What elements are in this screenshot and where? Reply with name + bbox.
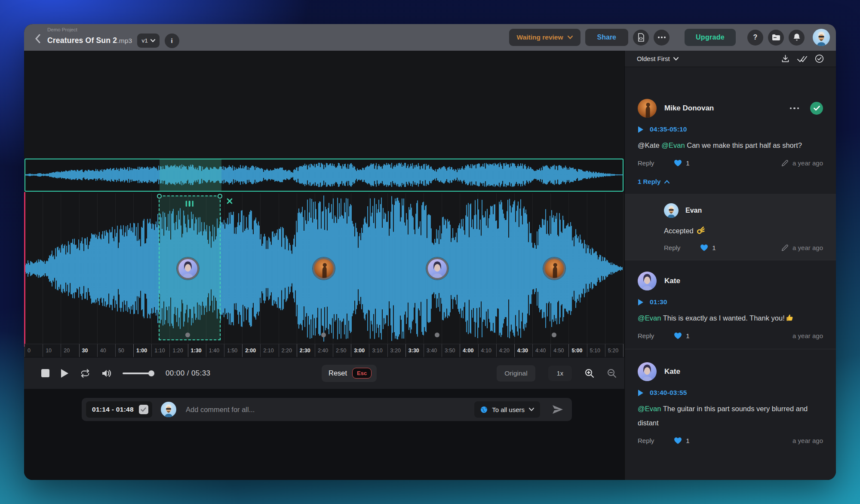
like-button[interactable]: 1 xyxy=(674,332,689,339)
check-circle-icon xyxy=(815,54,824,63)
resolved-badge[interactable] xyxy=(810,102,823,115)
more-options-button[interactable] xyxy=(654,30,670,46)
volume-button[interactable] xyxy=(101,369,111,378)
comment-time-link: 03:40-03:55 xyxy=(650,389,687,397)
selection-handle-left[interactable] xyxy=(157,194,162,199)
ruler-tick xyxy=(224,344,224,357)
play-button[interactable] xyxy=(61,369,69,378)
playback-speed-button[interactable]: 1x xyxy=(548,366,572,381)
commenter-name: Mike Donovan xyxy=(664,104,714,113)
comment-composer: 01:14 - 01:48 To all users xyxy=(82,398,572,421)
like-button[interactable]: 1 xyxy=(674,159,689,167)
comment-input[interactable] xyxy=(186,406,474,414)
zoom-in-button[interactable] xyxy=(585,369,594,378)
reply-button[interactable]: Reply xyxy=(638,159,654,167)
ruler-tick-label: 2:30 xyxy=(300,348,310,354)
ruler-tick-label: 2:10 xyxy=(263,348,273,354)
file-code-icon xyxy=(637,33,645,42)
project-name: Demo Project xyxy=(47,27,179,32)
timeline-ruler[interactable]: 010203040501:001:101:201:301:401:502:002… xyxy=(25,344,624,357)
ruler-tick-label: 5:10 xyxy=(590,348,600,354)
zoom-out-icon xyxy=(607,369,617,378)
comment-menu-button[interactable] xyxy=(787,105,802,112)
like-button[interactable]: 1 xyxy=(674,437,689,444)
edit-pencil-icon[interactable] xyxy=(781,244,788,251)
comment-card: Kate 03:40-03:55 @Evan The guitar in thi… xyxy=(625,349,836,454)
stop-button[interactable] xyxy=(41,369,49,377)
back-button[interactable] xyxy=(30,31,45,46)
volume-slider-knob[interactable] xyxy=(148,370,154,376)
mark-all-read-button[interactable] xyxy=(797,55,808,63)
heart-icon xyxy=(674,159,682,167)
upgrade-button[interactable]: Upgrade xyxy=(685,29,736,46)
zoom-out-button[interactable] xyxy=(607,369,617,378)
comment-body: @Evan This is exactly as I wanted. Thank… xyxy=(638,311,823,325)
ruler-tick xyxy=(333,344,333,357)
question-icon: ? xyxy=(753,34,758,41)
user-avatar[interactable] xyxy=(813,29,830,46)
comment-timestamp-play[interactable]: 01:30 xyxy=(638,298,823,306)
ruler-tick xyxy=(550,344,551,357)
selection-drag-grip[interactable] xyxy=(186,201,194,207)
download-comments-button[interactable] xyxy=(781,54,790,63)
folder-icon xyxy=(772,34,780,41)
loop-button[interactable] xyxy=(80,369,90,378)
reply-button[interactable]: Reply xyxy=(638,332,654,339)
edit-pencil-icon[interactable] xyxy=(781,160,788,167)
sort-dropdown[interactable]: Oldest First xyxy=(637,55,679,62)
time-range-checkbox[interactable] xyxy=(139,405,148,414)
composer-avatar xyxy=(161,402,176,417)
share-button[interactable]: Share xyxy=(585,29,628,46)
volume-slider[interactable] xyxy=(123,373,154,374)
double-check-icon xyxy=(797,55,808,63)
ruler-tick-label: 30 xyxy=(82,348,88,354)
playback-time: 00:00 / 05:33 xyxy=(166,369,210,378)
replies-toggle[interactable]: 1 Reply xyxy=(638,178,823,185)
comment-time-range[interactable]: 01:14 - 01:48 xyxy=(86,401,152,418)
transport-bar: 00:00 / 05:33 Reset Esc Original 1x xyxy=(24,357,624,389)
waveform-comment-marker[interactable] xyxy=(426,257,448,280)
notifications-button[interactable] xyxy=(789,30,805,46)
ruler-tick xyxy=(115,344,116,357)
ruler-tick-label: 3:30 xyxy=(408,348,419,354)
send-comment-button[interactable] xyxy=(552,405,563,414)
version-dropdown[interactable]: v1 xyxy=(137,34,159,48)
comment-timestamp-play[interactable]: 04:35-05:10 xyxy=(638,125,823,133)
reply-button[interactable]: Reply xyxy=(664,244,680,251)
playhead[interactable] xyxy=(24,192,25,347)
ruler-tick xyxy=(568,344,569,357)
review-status-dropdown[interactable]: Waiting review xyxy=(509,29,580,46)
show-resolved-button[interactable] xyxy=(815,54,824,63)
comment-timestamp-play[interactable]: 03:40-03:55 xyxy=(638,389,823,397)
comment-time-link: 04:35-05:10 xyxy=(650,125,687,133)
commenter-avatar xyxy=(638,99,657,118)
ruler-tick xyxy=(25,344,25,357)
reply-button[interactable]: Reply xyxy=(638,437,654,444)
ruler-tick-label: 1:30 xyxy=(191,348,202,354)
help-button[interactable]: ? xyxy=(747,30,763,46)
ruler-tick xyxy=(279,344,279,357)
ruler-tick xyxy=(478,344,479,357)
waveform-comment-marker[interactable] xyxy=(313,257,335,280)
original-version-button[interactable]: Original xyxy=(497,365,535,382)
projects-folder-button[interactable] xyxy=(768,30,784,46)
esc-key-badge: Esc xyxy=(352,368,372,379)
ruler-tick xyxy=(97,344,98,357)
reset-button[interactable]: Reset Esc xyxy=(322,365,377,382)
ruler-tick-label: 10 xyxy=(46,348,52,354)
file-code-button[interactable] xyxy=(633,30,649,46)
info-button[interactable]: i xyxy=(165,34,179,48)
comment-age: a year ago xyxy=(792,437,823,444)
comment-card: Mike Donovan 04:35-05:10 @Kate @Evan Can… xyxy=(625,67,836,194)
ruler-tick-label: 1:20 xyxy=(172,348,183,354)
like-button[interactable]: 1 xyxy=(700,244,716,251)
ruler-tick xyxy=(351,344,351,357)
loop-icon xyxy=(80,369,90,378)
waveform-comment-marker[interactable] xyxy=(543,257,565,280)
waveform-comment-marker[interactable] xyxy=(177,257,199,280)
selection-handle-right[interactable] xyxy=(218,194,222,199)
ruler-tick-label: 5:20 xyxy=(608,348,618,354)
selection-close-button[interactable] xyxy=(227,198,233,206)
audience-dropdown[interactable]: To all users xyxy=(474,401,540,418)
overview-waveform[interactable] xyxy=(25,159,624,192)
